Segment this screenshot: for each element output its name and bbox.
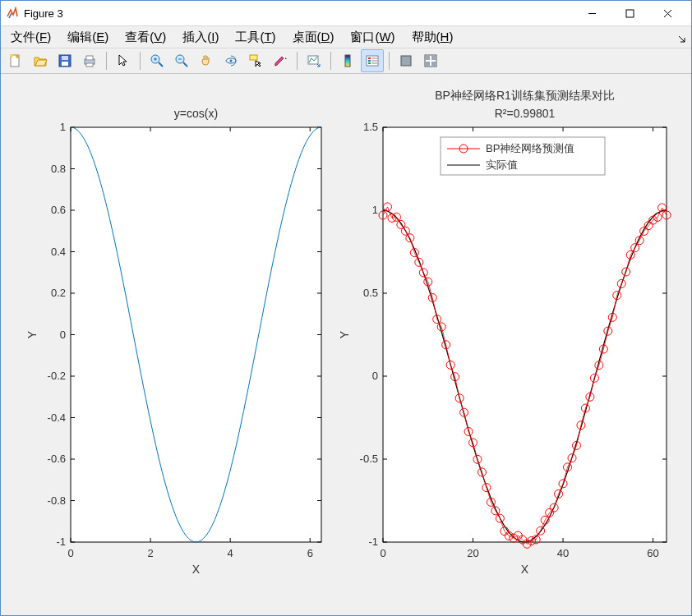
menu-edit[interactable]: 编辑(E) xyxy=(64,28,112,47)
menu-view[interactable]: 查看(V) xyxy=(122,28,169,47)
svg-rect-25 xyxy=(345,55,350,67)
svg-rect-22 xyxy=(250,55,257,60)
svg-text:0: 0 xyxy=(380,547,385,559)
dock-arrow-icon[interactable] xyxy=(677,34,686,46)
svg-rect-8 xyxy=(62,56,68,60)
svg-text:0.2: 0.2 xyxy=(51,287,66,299)
svg-text:0: 0 xyxy=(372,370,378,382)
figure-canvas[interactable]: y=cos(x)-1-0.8-0.6-0.4-0.200.20.40.60.81… xyxy=(1,74,691,615)
svg-text:-1: -1 xyxy=(56,536,66,548)
svg-text:4: 4 xyxy=(228,547,233,559)
svg-rect-37 xyxy=(426,62,430,66)
svg-point-6 xyxy=(10,54,13,57)
figure-window: Figure 3 文件(F) 编辑(E) 查看(V) 插入(I) 工具(T) 桌… xyxy=(0,0,692,616)
svg-text:1: 1 xyxy=(372,204,378,216)
svg-text:1: 1 xyxy=(60,121,66,133)
toolbar-separator xyxy=(106,52,107,70)
toolbar xyxy=(1,48,691,74)
svg-line-14 xyxy=(159,62,163,67)
svg-rect-35 xyxy=(426,56,430,60)
datacursor-button[interactable] xyxy=(244,49,267,72)
menu-file[interactable]: 文件(F) xyxy=(7,28,54,47)
open-button[interactable] xyxy=(29,49,52,72)
svg-rect-12 xyxy=(86,63,93,67)
svg-text:-0.5: -0.5 xyxy=(360,453,378,465)
svg-text:0: 0 xyxy=(67,547,73,559)
minimize-button[interactable] xyxy=(573,1,611,25)
menu-window[interactable]: 窗口(W) xyxy=(347,28,398,47)
svg-text:6: 6 xyxy=(307,547,313,559)
menu-insert[interactable]: 插入(I) xyxy=(179,28,222,47)
link-button[interactable] xyxy=(302,49,325,72)
matlab-icon xyxy=(6,7,19,20)
layout-single-button[interactable] xyxy=(394,49,418,72)
svg-text:BP神经网络预测值: BP神经网络预测值 xyxy=(486,142,574,154)
svg-text:y=cos(x): y=cos(x) xyxy=(174,107,218,120)
brush-button[interactable] xyxy=(269,49,292,72)
svg-text:R²=0.99801: R²=0.99801 xyxy=(495,107,556,120)
svg-text:0.6: 0.6 xyxy=(51,204,66,216)
zoom-out-button[interactable] xyxy=(170,49,193,72)
close-button[interactable] xyxy=(648,1,686,25)
menu-desktop[interactable]: 桌面(D) xyxy=(289,28,338,47)
svg-marker-23 xyxy=(285,57,287,59)
svg-text:实际值: 实际值 xyxy=(486,159,518,171)
menu-tools[interactable]: 工具(T) xyxy=(232,28,279,47)
svg-text:-0.4: -0.4 xyxy=(48,411,66,424)
pointer-button[interactable] xyxy=(112,49,135,72)
print-button[interactable] xyxy=(78,49,101,72)
rotate3d-button[interactable] xyxy=(219,49,242,72)
svg-text:-1: -1 xyxy=(368,536,378,548)
svg-rect-33 xyxy=(401,56,411,66)
svg-text:BP神经网络R1训练集预测结果对比: BP神经网络R1训练集预测结果对比 xyxy=(435,89,615,102)
svg-text:X: X xyxy=(192,563,201,576)
zoom-in-button[interactable] xyxy=(145,49,168,72)
menu-help[interactable]: 帮助(H) xyxy=(408,28,457,47)
svg-text:Y: Y xyxy=(25,330,39,338)
svg-text:-0.8: -0.8 xyxy=(48,494,66,507)
save-button[interactable] xyxy=(53,49,76,72)
svg-text:2: 2 xyxy=(147,547,153,559)
svg-text:-0.6: -0.6 xyxy=(48,453,66,465)
svg-text:40: 40 xyxy=(557,547,569,559)
svg-rect-1 xyxy=(626,10,634,17)
toolbar-separator xyxy=(140,52,141,70)
svg-rect-90 xyxy=(383,127,667,542)
svg-point-21 xyxy=(230,60,233,62)
maximize-button[interactable] xyxy=(611,1,648,25)
toolbar-separator xyxy=(330,52,331,70)
titlebar: Figure 3 xyxy=(1,1,691,26)
svg-line-18 xyxy=(183,62,187,67)
svg-rect-38 xyxy=(431,62,436,66)
svg-text:60: 60 xyxy=(647,547,658,559)
pan-button[interactable] xyxy=(195,49,218,72)
svg-text:0.8: 0.8 xyxy=(51,163,66,175)
toolbar-separator xyxy=(297,52,298,70)
svg-text:20: 20 xyxy=(467,547,478,559)
legend-button[interactable] xyxy=(361,49,384,72)
svg-rect-40 xyxy=(71,127,321,542)
toolbar-separator xyxy=(389,52,390,70)
new-figure-button[interactable] xyxy=(4,49,27,72)
svg-text:X: X xyxy=(521,563,529,576)
svg-text:0: 0 xyxy=(60,329,66,341)
window-title: Figure 3 xyxy=(24,7,63,20)
svg-text:1.5: 1.5 xyxy=(363,121,378,133)
menu-bar: 文件(F) 编辑(E) 查看(V) 插入(I) 工具(T) 桌面(D) 窗口(W… xyxy=(1,26,691,48)
svg-text:Y: Y xyxy=(338,330,351,338)
layout-multi-button[interactable] xyxy=(419,49,442,72)
colorbar-button[interactable] xyxy=(336,49,359,72)
svg-text:0.4: 0.4 xyxy=(51,246,66,258)
svg-text:-0.2: -0.2 xyxy=(48,370,66,382)
svg-rect-36 xyxy=(431,56,436,60)
svg-rect-11 xyxy=(86,56,93,60)
svg-rect-9 xyxy=(62,62,68,66)
svg-text:0.5: 0.5 xyxy=(363,287,378,299)
